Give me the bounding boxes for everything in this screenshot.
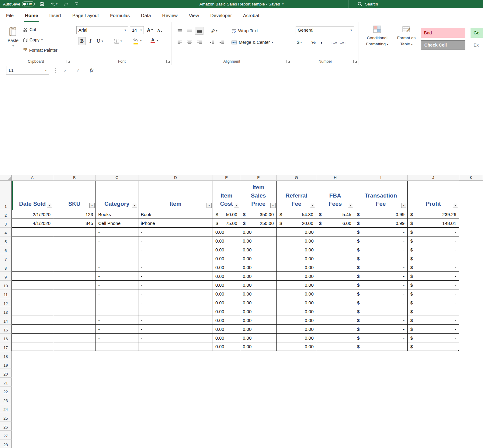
cell-D5[interactable]: - — [138, 236, 213, 245]
cell-I7[interactable]: $- — [354, 254, 408, 263]
cell-B16[interactable] — [53, 334, 96, 342]
redo-button[interactable] — [62, 2, 70, 6]
cell-F10[interactable]: 0.00 — [240, 281, 277, 289]
column-header-C[interactable]: C — [96, 175, 138, 181]
cell-H10[interactable] — [316, 281, 354, 289]
bottom-align-button[interactable] — [195, 27, 203, 35]
top-align-button[interactable] — [175, 27, 184, 35]
cell-G10[interactable]: 0.00 — [277, 281, 316, 289]
middle-align-button[interactable] — [185, 27, 194, 35]
cell-D2[interactable]: Book — [138, 210, 213, 219]
cell-E12[interactable]: 0.00 — [213, 298, 240, 307]
filter-button-D[interactable]: ▾ — [207, 203, 212, 208]
row-header-5[interactable]: 5 — [0, 236, 12, 245]
style-check-cell[interactable]: Check Cell — [421, 40, 465, 50]
cell-E5[interactable]: 0.00 — [213, 236, 240, 245]
cell-I5[interactable]: $- — [354, 236, 408, 245]
row-header-27[interactable]: 27 — [0, 431, 12, 439]
confirm-entry-button[interactable]: ✓ — [74, 68, 83, 73]
cell-D11[interactable]: - — [138, 289, 213, 298]
cell-G6[interactable]: 0.00 — [277, 245, 316, 254]
cell-C11[interactable]: - — [96, 289, 138, 298]
cell-I9[interactable]: $- — [354, 272, 408, 281]
cell-E11[interactable]: 0.00 — [213, 289, 240, 298]
cell-I16[interactable]: $- — [354, 334, 408, 342]
cell-E9[interactable]: 0.00 — [213, 272, 240, 281]
row-header-1[interactable]: 1 — [0, 181, 12, 210]
cell-A1[interactable]: Date Sold▾ — [12, 181, 53, 210]
cell-I2[interactable]: $0.99 — [354, 210, 408, 219]
row-header-26[interactable]: 26 — [0, 422, 12, 431]
fill-color-button[interactable] — [133, 38, 138, 44]
column-header-K[interactable]: K — [459, 175, 483, 181]
cell-H11[interactable] — [316, 289, 354, 298]
cell-A10[interactable] — [12, 281, 53, 289]
row-header-6[interactable]: 6 — [0, 245, 12, 254]
cell-H7[interactable] — [316, 254, 354, 263]
autosave-toggle[interactable]: Off — [22, 2, 34, 6]
column-header-I[interactable]: I — [354, 175, 408, 181]
cell-C5[interactable]: - — [96, 236, 138, 245]
cell-A15[interactable] — [12, 325, 53, 334]
accounting-format-button[interactable]: $ ▾ — [297, 38, 302, 46]
align-right-button[interactable] — [195, 38, 203, 46]
filter-button-J[interactable]: ▾ — [453, 203, 458, 208]
font-color-button[interactable]: A — [151, 38, 155, 43]
cell-D12[interactable]: - — [138, 298, 213, 307]
cell-H1[interactable]: FBA Fees▾ — [316, 181, 354, 210]
wrap-text-button[interactable]: Wrap Text — [231, 27, 258, 35]
cell-H9[interactable] — [316, 272, 354, 281]
cell-E13[interactable]: 0.00 — [213, 307, 240, 316]
row-header-18[interactable]: 18 — [0, 351, 12, 360]
cell-A13[interactable] — [12, 307, 53, 316]
style-good-clipped[interactable]: Go — [471, 28, 483, 38]
cell-G3[interactable]: $20.00 — [277, 219, 316, 228]
row-header-20[interactable]: 20 — [0, 369, 12, 378]
cell-G4[interactable]: 0.00 — [277, 228, 316, 236]
row-header-11[interactable]: 11 — [0, 289, 12, 298]
cell-B11[interactable] — [53, 289, 96, 298]
column-header-E[interactable]: E — [213, 175, 240, 181]
cell-G15[interactable]: 0.00 — [277, 325, 316, 334]
row-header-16[interactable]: 16 — [0, 334, 12, 342]
format-painter-button[interactable]: Format Painter — [23, 46, 57, 54]
formula-input[interactable] — [100, 65, 483, 75]
row-header-8[interactable]: 8 — [0, 263, 12, 272]
column-header-G[interactable]: G — [277, 175, 316, 181]
cell-B4[interactable] — [53, 228, 96, 236]
autosave-control[interactable]: AutoSave Off — [3, 2, 35, 6]
cell-E17[interactable]: 0.00 — [213, 342, 240, 351]
cell-G7[interactable]: 0.00 — [277, 254, 316, 263]
ribbon-tab-data[interactable]: Data — [140, 13, 151, 22]
undo-button[interactable]: ▾ — [49, 2, 59, 6]
column-header-H[interactable]: H — [316, 175, 354, 181]
cell-I11[interactable]: $- — [354, 289, 408, 298]
cell-A9[interactable] — [12, 272, 53, 281]
row-header-4[interactable]: 4 — [0, 228, 12, 236]
cell-A12[interactable] — [12, 298, 53, 307]
cell-I10[interactable]: $- — [354, 281, 408, 289]
cell-A3[interactable]: 4/1/2020 — [12, 219, 53, 228]
cell-C17[interactable]: - — [96, 342, 138, 351]
align-center-button[interactable] — [185, 38, 194, 46]
format-as-table-button[interactable]: Format as Table ▾ — [394, 26, 419, 47]
ribbon-tab-page-layout[interactable]: Page Layout — [72, 13, 99, 22]
cell-B13[interactable] — [53, 307, 96, 316]
cell-D7[interactable]: - — [138, 254, 213, 263]
cell-E8[interactable]: 0.00 — [213, 263, 240, 272]
cell-B5[interactable] — [53, 236, 96, 245]
cell-H13[interactable] — [316, 307, 354, 316]
filter-button-G[interactable]: ▾ — [310, 203, 315, 208]
cell-G14[interactable]: 0.00 — [277, 316, 316, 325]
cell-F14[interactable]: 0.00 — [240, 316, 277, 325]
number-format-select[interactable]: General ▾ — [296, 26, 354, 34]
ribbon-tab-developer[interactable]: Developer — [210, 13, 232, 22]
ribbon-tab-file[interactable]: File — [5, 13, 14, 22]
filter-button-A[interactable]: ▾ — [47, 203, 52, 208]
cut-button[interactable]: Cut — [23, 26, 57, 33]
ribbon-tab-home[interactable]: Home — [24, 13, 39, 22]
increase-font-size-button[interactable]: A — [147, 27, 153, 34]
cell-F5[interactable]: 0.00 — [240, 236, 277, 245]
cell-G13[interactable]: 0.00 — [277, 307, 316, 316]
cell-H5[interactable] — [316, 236, 354, 245]
